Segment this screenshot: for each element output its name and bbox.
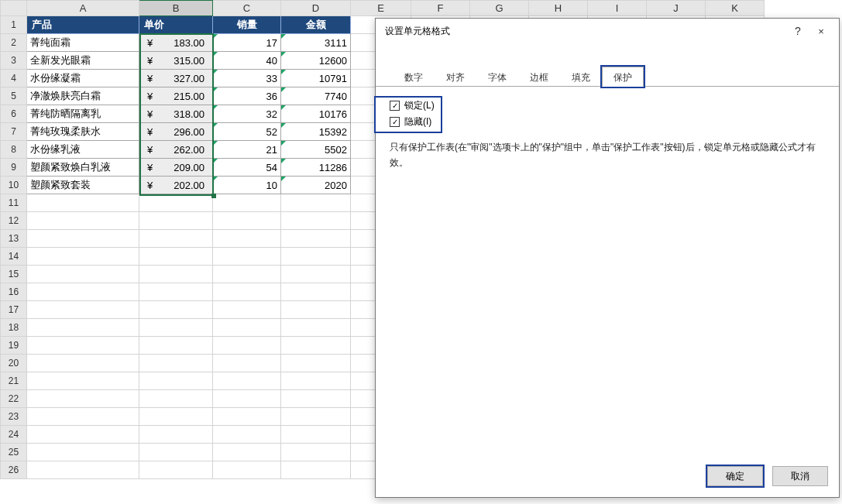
cell-B22[interactable] (139, 390, 213, 408)
cell-B23[interactable] (139, 408, 213, 426)
cell-A8[interactable]: 水份缘乳液 (27, 141, 139, 159)
cell-B21[interactable] (139, 372, 213, 390)
cell-A1[interactable]: 产品 (27, 16, 139, 34)
cell-A20[interactable] (27, 355, 139, 372)
cell-D18[interactable] (281, 319, 351, 337)
cancel-button[interactable]: 取消 (772, 466, 828, 486)
col-header-G[interactable]: G (470, 1, 529, 16)
row-header-19[interactable]: 19 (1, 337, 27, 355)
cell-B8[interactable]: ¥262.00 (139, 141, 213, 159)
cell-B13[interactable] (139, 230, 213, 248)
col-header-E[interactable]: E (351, 1, 411, 16)
cell-A25[interactable] (27, 444, 139, 461)
col-header-C[interactable]: C (213, 1, 281, 16)
cell-D14[interactable] (281, 248, 351, 266)
cell-D4[interactable]: 10791 (281, 70, 351, 87)
cell-B5[interactable]: ¥215.00 (139, 87, 213, 105)
cell-C8[interactable]: 21 (213, 141, 281, 159)
col-header-F[interactable]: F (411, 1, 470, 16)
row-header-17[interactable]: 17 (1, 301, 27, 319)
cell-D23[interactable] (281, 408, 351, 426)
cell-C26[interactable] (213, 461, 281, 479)
col-header-J[interactable]: J (647, 1, 706, 16)
row-header-13[interactable]: 13 (1, 230, 27, 248)
col-header-D[interactable]: D (281, 1, 351, 16)
row-header-8[interactable]: 8 (1, 141, 27, 159)
cell-B1[interactable]: 单价 (139, 16, 213, 34)
cell-C18[interactable] (213, 319, 281, 337)
row-header-1[interactable]: 1 (1, 16, 27, 34)
cell-D15[interactable] (281, 266, 351, 283)
row-header-3[interactable]: 3 (1, 52, 27, 70)
col-header-A[interactable]: A (27, 1, 139, 16)
cell-D20[interactable] (281, 355, 351, 372)
fill-handle[interactable] (211, 194, 216, 198)
row-header-6[interactable]: 6 (1, 105, 27, 123)
cell-A10[interactable]: 塑颜紧致套装 (27, 177, 139, 194)
cell-D8[interactable]: 5502 (281, 141, 351, 159)
cell-B19[interactable] (139, 337, 213, 355)
col-header-B[interactable]: B (139, 1, 213, 16)
cell-B16[interactable] (139, 283, 213, 301)
row-header-10[interactable]: 10 (1, 177, 27, 194)
cell-C12[interactable] (213, 212, 281, 230)
row-header-12[interactable]: 12 (1, 212, 27, 230)
cell-C20[interactable] (213, 355, 281, 372)
cell-C19[interactable] (213, 337, 281, 355)
cell-A14[interactable] (27, 248, 139, 266)
cell-B6[interactable]: ¥318.00 (139, 105, 213, 123)
cell-A26[interactable] (27, 461, 139, 479)
col-header-K[interactable]: K (706, 1, 765, 16)
row-header-24[interactable]: 24 (1, 426, 27, 444)
col-header-I[interactable]: I (588, 1, 647, 16)
cell-C25[interactable] (213, 444, 281, 461)
cell-B17[interactable] (139, 301, 213, 319)
cell-A9[interactable]: 塑颜紧致焕白乳液 (27, 159, 139, 177)
cell-C21[interactable] (213, 372, 281, 390)
cell-C5[interactable]: 36 (213, 87, 281, 105)
cell-D3[interactable]: 12600 (281, 52, 351, 70)
cell-D11[interactable] (281, 194, 351, 212)
close-icon[interactable]: × (809, 26, 833, 37)
row-header-9[interactable]: 9 (1, 159, 27, 177)
cell-C17[interactable] (213, 301, 281, 319)
cell-C6[interactable]: 32 (213, 105, 281, 123)
cell-D7[interactable]: 15392 (281, 123, 351, 141)
cell-C13[interactable] (213, 230, 281, 248)
cell-A19[interactable] (27, 337, 139, 355)
cell-C22[interactable] (213, 390, 281, 408)
cell-C14[interactable] (213, 248, 281, 266)
cell-A13[interactable] (27, 230, 139, 248)
cell-D26[interactable] (281, 461, 351, 479)
cell-B2[interactable]: ¥183.00 (139, 34, 213, 52)
col-header-H[interactable]: H (529, 1, 588, 16)
cell-A4[interactable]: 水份缘凝霜 (27, 70, 139, 87)
cell-A16[interactable] (27, 283, 139, 301)
cell-D25[interactable] (281, 444, 351, 461)
row-header-18[interactable]: 18 (1, 319, 27, 337)
cell-A17[interactable] (27, 301, 139, 319)
row-header-15[interactable]: 15 (1, 266, 27, 283)
cell-B12[interactable] (139, 212, 213, 230)
cell-A15[interactable] (27, 266, 139, 283)
cell-D1[interactable]: 金额 (281, 16, 351, 34)
cell-D6[interactable]: 10176 (281, 105, 351, 123)
cell-B24[interactable] (139, 426, 213, 444)
cell-B3[interactable]: ¥315.00 (139, 52, 213, 70)
cell-C16[interactable] (213, 283, 281, 301)
row-header-11[interactable]: 11 (1, 194, 27, 212)
cell-B11[interactable] (139, 194, 213, 212)
cell-C10[interactable]: 10 (213, 177, 281, 194)
row-header-5[interactable]: 5 (1, 87, 27, 105)
cell-B7[interactable]: ¥296.00 (139, 123, 213, 141)
lock-checkbox-row[interactable]: ✓ 锁定(L) (376, 98, 435, 114)
cell-A23[interactable] (27, 408, 139, 426)
row-header-23[interactable]: 23 (1, 408, 27, 426)
tab-3[interactable]: 边框 (518, 67, 560, 87)
cell-C3[interactable]: 40 (213, 52, 281, 70)
ok-button[interactable]: 确定 (707, 466, 763, 486)
cell-C2[interactable]: 17 (213, 34, 281, 52)
cell-C9[interactable]: 54 (213, 159, 281, 177)
cell-D24[interactable] (281, 426, 351, 444)
cell-A12[interactable] (27, 212, 139, 230)
